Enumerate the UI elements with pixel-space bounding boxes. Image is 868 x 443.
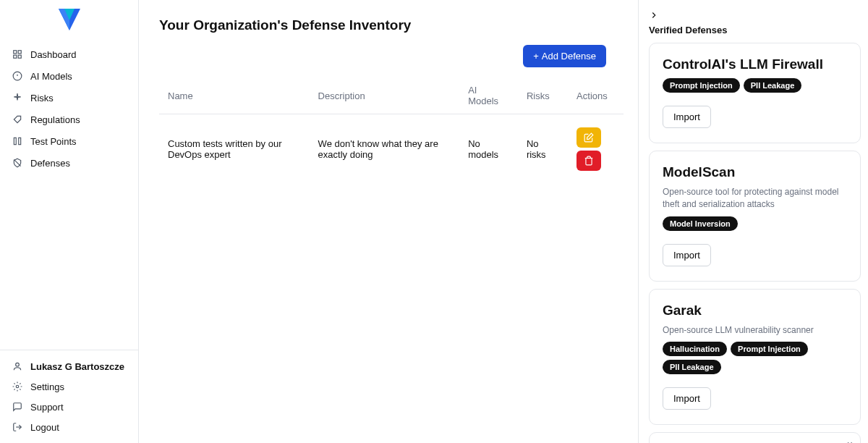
svg-rect-7 [14,138,16,144]
import-button[interactable]: Import [663,244,711,266]
cell-models: No models [459,114,518,185]
sidebar-item-label: Risks [30,93,54,104]
tag: Hallucination [663,342,727,356]
logo [0,0,138,43]
sidebar-item-defenses[interactable]: Defenses [6,152,132,174]
user-icon [12,360,23,372]
grid-icon [12,48,23,60]
col-models: AI Models [459,77,518,114]
import-button[interactable]: Import [663,106,711,128]
sidebar-item-support[interactable]: Support [6,397,132,417]
defense-card-modelscan: ModelScan Open-source tool for protectin… [649,151,861,282]
collapse-panel-button[interactable] [649,10,861,20]
tag: Prompt Injection [663,78,740,93]
circle-alert-icon [12,70,23,82]
sidebar: Dashboard AI Models Risks Regulations Te… [0,0,139,443]
sidebar-item-label: Support [30,402,64,413]
defense-card-garak: Garak Open-source LLM vulnerability scan… [649,289,861,426]
chat-icon [12,401,23,413]
svg-rect-3 [18,55,21,58]
svg-rect-8 [19,138,21,144]
defense-card-controlai: ControlAI's LLM Firewall Prompt Injectio… [649,43,861,143]
columns-icon [12,135,23,147]
sidebar-item-label: Regulations [30,114,80,125]
sidebar-item-label: Test Points [30,136,77,147]
tag: PII Leakage [744,78,802,93]
col-actions: Actions [568,77,624,114]
shield-off-icon [12,157,23,169]
sidebar-item-ai-models[interactable]: AI Models [6,65,132,87]
tag: PII Leakage [663,360,721,374]
chevron-right-icon [649,10,659,20]
col-name: Name [159,77,310,114]
sidebar-item-settings[interactable]: Settings [6,376,132,397]
sidebar-item-label: Settings [30,381,64,392]
sidebar-item-label: Defenses [30,158,70,169]
trash-icon [584,156,594,166]
sidebar-item-label: Dashboard [30,49,77,60]
tag-icon [12,114,23,125]
card-title: ModelScan [663,164,847,180]
cell-name: Custom tests written by our DevOps exper… [159,114,310,185]
tag: Model Inversion [663,216,738,231]
add-defense-label: Add Defense [542,51,596,62]
edit-icon [584,132,594,143]
card-description: Open-source LLM vulnerability scanner [663,324,847,337]
defenses-table: Name Description AI Models Risks Actions… [159,77,624,184]
verified-defenses-panel: Verified Defenses ControlAI's LLM Firewa… [638,0,868,443]
svg-rect-2 [14,55,17,58]
shield-logo-icon [57,7,82,32]
sidebar-item-test-points[interactable]: Test Points [6,130,132,152]
sidebar-item-label: AI Models [30,71,72,82]
plus-icon: + [533,51,539,62]
add-defense-button[interactable]: + Add Defense [523,45,606,67]
logout-icon [12,421,23,433]
svg-point-10 [16,363,20,366]
main-content: Your Organization's Defense Inventory + … [139,0,638,443]
sidebar-item-label: Logout [30,422,59,433]
import-button[interactable]: Import [663,387,711,410]
sidebar-item-logout[interactable]: Logout [6,417,132,437]
tag: Prompt Injection [731,342,808,356]
sidebar-item-regulations[interactable]: Regulations [6,109,132,130]
panel-title: Verified Defenses [649,25,861,35]
feature-tool-card: × Want to see your tool featured here? L… [649,432,861,443]
card-title: ControlAI's LLM Firewall [663,56,847,72]
close-button[interactable]: × [847,439,853,443]
table-row: Custom tests written by our DevOps exper… [159,114,624,185]
gear-icon [12,381,23,392]
col-description: Description [310,77,460,114]
sidebar-item-dashboard[interactable]: Dashboard [6,43,132,65]
card-description: Open-source tool for protecting against … [663,186,847,211]
sparkle-icon [12,92,23,104]
svg-rect-1 [18,51,21,54]
delete-button[interactable] [576,151,601,171]
card-title: Garak [663,303,847,318]
svg-rect-0 [14,51,17,54]
svg-point-11 [16,385,19,388]
user-name: Lukasz G Bartoszcze [30,361,124,372]
user-profile[interactable]: Lukasz G Bartoszcze [6,356,132,376]
edit-button[interactable] [576,127,601,148]
sidebar-item-risks[interactable]: Risks [6,87,132,109]
col-risks: Risks [518,77,568,114]
cell-description: We don't know what they are exactly doin… [310,114,460,185]
page-title: Your Organization's Defense Inventory [159,17,624,33]
cell-risks: No risks [518,114,568,185]
